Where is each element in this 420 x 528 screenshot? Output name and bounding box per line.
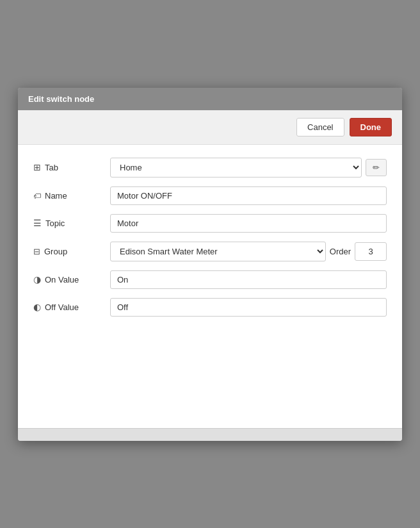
tab-select[interactable]: Home bbox=[110, 158, 362, 177]
toolbar: Cancel Done bbox=[18, 110, 402, 145]
toggle-on-icon bbox=[33, 274, 41, 285]
dialog-body: Cancel Done Tab Home ✏ bbox=[18, 110, 402, 428]
on-value-label-text: On Value bbox=[45, 275, 79, 285]
topic-label-text: Topic bbox=[45, 219, 65, 228]
bottom-bar bbox=[18, 428, 402, 441]
done-button[interactable]: Done bbox=[350, 118, 392, 136]
on-value-input[interactable] bbox=[110, 270, 387, 289]
tab-row: Tab Home ✏ bbox=[33, 158, 387, 177]
dialog-title-bar: Edit switch node bbox=[18, 88, 402, 110]
topic-input[interactable] bbox=[110, 214, 387, 233]
off-value-row: Off Value bbox=[33, 298, 387, 317]
group-select[interactable]: Edison Smart Water Meter bbox=[110, 242, 326, 261]
form-spacer bbox=[33, 326, 387, 402]
on-value-row: On Value bbox=[33, 270, 387, 289]
tag-icon bbox=[33, 190, 41, 201]
off-value-label: Off Value bbox=[33, 302, 110, 312]
group-label-text: Group bbox=[44, 247, 67, 256]
group-icon bbox=[33, 246, 40, 256]
group-inputs: Edison Smart Water Meter Order bbox=[110, 242, 387, 261]
topic-label: Topic bbox=[33, 218, 110, 228]
dialog-container: Edit switch node Cancel Done Tab Home ✏ bbox=[18, 88, 402, 441]
off-value-input[interactable] bbox=[110, 298, 387, 317]
table-icon bbox=[33, 162, 41, 172]
group-row: Group Edison Smart Water Meter Order bbox=[33, 242, 387, 261]
order-label: Order bbox=[330, 247, 351, 256]
tab-label: Tab bbox=[33, 162, 110, 172]
tab-edit-button[interactable]: ✏ bbox=[366, 159, 387, 176]
order-input[interactable] bbox=[355, 242, 387, 261]
tab-label-text: Tab bbox=[45, 163, 58, 172]
topic-row: Topic bbox=[33, 214, 387, 233]
dialog-title: Edit switch node bbox=[28, 94, 94, 104]
lines-icon bbox=[33, 218, 42, 228]
toggle-off-icon bbox=[33, 302, 41, 312]
name-row: Name bbox=[33, 186, 387, 205]
on-value-label: On Value bbox=[33, 274, 110, 285]
cancel-button[interactable]: Cancel bbox=[296, 118, 344, 136]
name-input[interactable] bbox=[110, 186, 387, 205]
name-label-text: Name bbox=[45, 191, 67, 201]
group-label: Group bbox=[33, 246, 110, 256]
tab-select-wrapper: Home ✏ bbox=[110, 158, 387, 177]
form-body: Tab Home ✏ Name bbox=[18, 145, 402, 428]
name-label: Name bbox=[33, 190, 110, 201]
off-value-label-text: Off Value bbox=[45, 302, 79, 312]
